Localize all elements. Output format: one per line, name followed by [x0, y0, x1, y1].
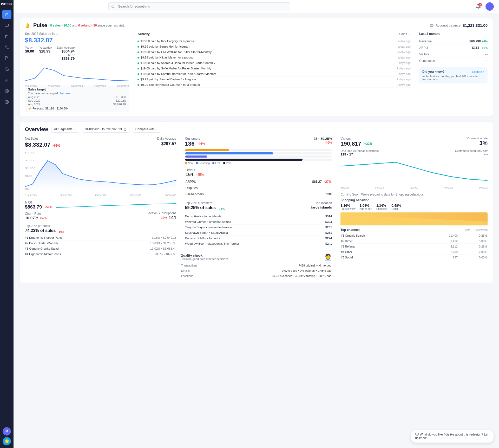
activity-list-item: $9.99 paid by Sergio Holt for Icegrama d… [137, 44, 411, 49]
sidebar-item-globe[interactable] [2, 97, 11, 107]
date-range-picker[interactable]: 01/09/2023 to 28/09/2023 [82, 126, 129, 133]
sidebar-item-dashboard[interactable]: ⊞ [2, 10, 11, 19]
net-sales-values: $8,332.07 -61% $297.57 [25, 141, 176, 148]
chat-text: What do you like / dislike about this re… [415, 433, 488, 440]
last3-card: Last 3 months Revenue$60,998+6%ARPU$114+… [415, 32, 488, 112]
sidebar-item-orders[interactable] [2, 32, 11, 41]
visitors-card: Visitors 190,817 +32% Conversion rate 3% [336, 137, 488, 189]
customer-amount: $314 [325, 215, 332, 218]
pulse-body: Sep 2023 Sales so far... $8,332.07 Today… [25, 32, 488, 112]
churn-row: Churn Rate 10.07% +57% Active Subscripti… [25, 211, 176, 220]
customer-name: Deron Huels • faroe islands [185, 215, 221, 218]
orders-value: 164 [186, 172, 193, 177]
product-name: #3 Generic Granite Salad [25, 247, 59, 250]
top-location-label: Top location [311, 201, 332, 205]
sidebar-item-reports[interactable] [2, 75, 11, 85]
svg-marker-19 [25, 161, 176, 191]
notifications-button[interactable]: 2 [474, 2, 482, 11]
net-sales-change: -61% [53, 144, 60, 147]
top-customers-pct: 59.25% of sales [185, 205, 216, 210]
sales-card: Sep 2023 Sales so far... $8,332.07 Today… [25, 32, 129, 112]
search-input[interactable] [108, 2, 290, 10]
metric-row-item: Revenue$60,998+6% [419, 38, 488, 45]
dyk-text: In the last six months, you had 161 canc… [422, 75, 484, 81]
active-subs-label: Active Subscriptions [148, 211, 176, 215]
channel-conv: 0.25% [458, 233, 487, 238]
chat-bubble[interactable]: 💬 What do you like / dislike about this … [411, 430, 494, 443]
users-col-label: Users [463, 229, 470, 231]
conv-label: Conversion rate [467, 137, 488, 140]
pulse-header: 🔔 Pulse 0 sales • $0.00 and 0 refund • $… [25, 22, 488, 28]
segment-select[interactable]: All Segments [51, 126, 79, 133]
arppu-change: -27% [324, 180, 331, 184]
user-avatar-header[interactable] [485, 2, 494, 11]
mrr-value: $863.79 [57, 56, 75, 61]
visitors-header: Visitors 190,817 +32% Conversion rate 3% [340, 137, 488, 147]
conv-value: 3% [467, 140, 488, 147]
compare-with-button[interactable]: Compare with [133, 126, 161, 133]
set-now-link[interactable]: Set now [60, 92, 70, 95]
sidebar-item-transactions[interactable] [2, 54, 11, 63]
user-avatar-emoji[interactable]: 😊 [3, 437, 11, 445]
channel-users: 8,412 [426, 239, 458, 244]
activity-filter[interactable]: Sales [399, 32, 411, 36]
sales-stats: Today $0.00 Yesterday $28.99 Daily Avera… [25, 46, 129, 61]
daily-avg-value-ov: $297.57 [161, 141, 176, 146]
overview-header: Overview All Segments 01/09/2023 to 28/0… [25, 126, 488, 133]
bar-value: 36 • 59.25% [314, 137, 332, 141]
activity-list-item: $19.00 paid by Kirk Gregory for a produc… [137, 38, 411, 44]
content-area: 🔔 Pulse 0 sales • $0.00 and 0 refund • $… [14, 13, 499, 288]
failed-orders-row: Failed orders 134 [186, 191, 332, 197]
activity-dot [137, 41, 139, 42]
visitors-label: Visitors [340, 137, 372, 140]
bstat-label: Product view [340, 207, 355, 210]
overview-grid: Net Sales Daily Average $8,332.07 -61% $… [25, 137, 488, 279]
sidebar-item-revenue[interactable] [2, 21, 11, 30]
channel-row: #5 Social8670.00% [341, 255, 487, 260]
customer-row-item: Woodrow Beer • Macedonia, The Former$2/.… [185, 241, 332, 246]
customer-name: Woodrow Beer • Macedonia, The Former [185, 242, 239, 245]
product-row-item: #4 Ergonomic Metal Shoes10.5% • $877.50 [25, 251, 176, 257]
activity-list-item: $9.99 paid by Niklas Meyer for a product… [137, 55, 411, 60]
activity-time: 2 days ago [397, 83, 411, 86]
sidebar-item-customers[interactable] [2, 43, 11, 52]
products-list: #1 Ergonomic Rubber Pants30.5% • $2,549.… [25, 235, 176, 257]
channel-row: #2 Direct8,4125.06% [341, 239, 487, 244]
metric-label: Revenue [419, 40, 432, 43]
net-sales-value: $8,332.07 [25, 141, 50, 148]
channel-users: 867 [426, 255, 458, 260]
bar-track-1 [185, 149, 332, 151]
dyk-explore[interactable]: Explore > [472, 70, 484, 73]
behavior-chart [340, 212, 488, 225]
activity-time: 2 days ago [397, 61, 411, 64]
activity-list-item: $9.99 paid by Khadra Geurtsen for a prod… [137, 82, 411, 88]
orders-change: -45% [196, 173, 204, 177]
bstat-pct: 1.34% [376, 204, 387, 207]
arppu-value: $61.27 [312, 180, 322, 184]
svg-rect-0 [5, 24, 8, 26]
sidebar-item-goals[interactable] [2, 86, 11, 96]
svg-rect-3 [6, 35, 7, 36]
sidebar-item-subscriptions[interactable] [2, 64, 11, 74]
top-products-label: Top 20% products [25, 224, 176, 228]
one-time-label: One time vs repeat customers [340, 149, 379, 152]
behavior-stat-item: 1.04%Add to cart [360, 204, 372, 210]
customer-row-item: Deron Huels • faroe islands$314 [185, 214, 332, 219]
acquired-value: - - [455, 152, 488, 156]
daily-avg-label: Daily Average [57, 46, 75, 49]
target-row-3: Aug 2022$4,970.48 [28, 103, 126, 106]
channel-users: 4,312 [426, 244, 458, 249]
customer-name: Terry du Buque • russian federation [185, 226, 232, 229]
customers-list: Deron Huels • faroe islands$314Winifred … [185, 214, 332, 246]
channel-name: #1 Organic Search [341, 233, 426, 238]
pulse-title: Pulse [33, 22, 47, 28]
right-column: Visitors 190,817 +32% Conversion rate 3% [336, 137, 488, 279]
user-avatar-m[interactable]: M [3, 427, 11, 436]
compare-label: Compare with [135, 127, 155, 131]
svg-point-10 [6, 91, 7, 92]
quality-check-section: Quality check Because good data = better… [181, 250, 332, 279]
customer-name: Danielle Schiller • Ecuador [185, 237, 220, 240]
behavior-stat-item: 0.48%Order [391, 204, 401, 210]
dyk-header: Did you know? Explore > [422, 70, 484, 74]
chart-labels: 01/09/202308/09/202315/09/202322/09/2023… [25, 194, 176, 197]
